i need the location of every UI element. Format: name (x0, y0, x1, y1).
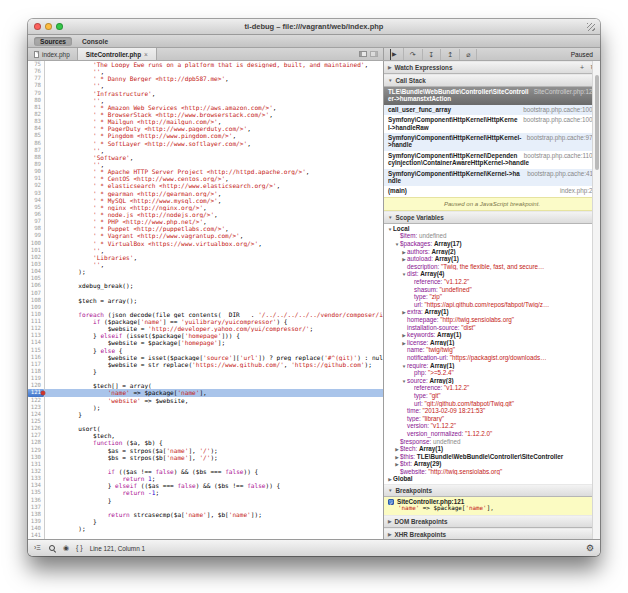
call-stack-frame[interactable]: bootstrap.php.cache:1001Symfony\Componen… (384, 115, 600, 133)
code-line[interactable]: 137 (28, 504, 383, 511)
step-into-button[interactable]: ↧ (422, 49, 442, 60)
line-number[interactable]: 122 (28, 397, 45, 404)
line-number[interactable]: 109 (28, 304, 45, 311)
breakpoint-item[interactable]: ✓SiteController.php:121'name' => $packag… (384, 497, 600, 515)
scope-variable-row[interactable]: type: "zip" (384, 293, 600, 301)
line-number[interactable]: 110 (28, 311, 45, 318)
code-line[interactable]: 95 ' * nginx <http://nginx.org/>', (28, 204, 383, 211)
code-line[interactable]: 76 '', (28, 68, 383, 75)
line-number[interactable]: 78 (28, 82, 45, 89)
code-line[interactable]: 89 '', (28, 161, 383, 168)
line-number[interactable]: 79 (28, 90, 45, 97)
sidebar-item-index-php[interactable]: index.php (28, 48, 77, 60)
line-number[interactable]: 134 (28, 482, 45, 489)
scope-variable-row[interactable]: ▶autoload: Array(1) (384, 255, 600, 263)
call-stack-frame[interactable]: bootstrap.php.cache:1101Symfony\Componen… (384, 151, 600, 169)
code-line[interactable]: 110 foreach (json_decode(file_get_conten… (28, 311, 383, 318)
call-stack-header[interactable]: ▼ Call Stack (384, 74, 600, 87)
scrollbar-thumb[interactable] (595, 75, 600, 170)
call-stack-frame[interactable]: bootstrap.php.cache:1001call_user_func_a… (384, 105, 600, 115)
line-number[interactable]: 105 (28, 275, 45, 282)
scope-variable-row[interactable]: description: "Twig, the flexible, fast, … (384, 263, 600, 271)
line-number[interactable]: 125 (28, 418, 45, 425)
code-line[interactable]: 93 ' * gearman <http://gearman.org/>', (28, 190, 383, 197)
line-number[interactable]: 116 (28, 354, 45, 361)
code-line[interactable]: 129 $as = strpos($a['name'], '/'); (28, 447, 383, 454)
line-number[interactable]: 82 (28, 111, 45, 118)
line-number[interactable]: 139 (28, 518, 45, 525)
code-line[interactable]: 111 if ($package['name'] == 'yuilibrary/… (28, 318, 383, 325)
tab-console[interactable]: Console (76, 37, 114, 46)
line-number[interactable]: 129 (28, 447, 45, 454)
toggle-navigator-icon[interactable] (359, 51, 367, 57)
line-number[interactable]: 94 (28, 197, 45, 204)
code-line[interactable]: 141 (28, 532, 383, 539)
code-line[interactable]: 78 '', (28, 82, 383, 89)
continue-button[interactable]: ▶ (384, 48, 404, 60)
pretty-print-icon[interactable]: { } (76, 543, 83, 553)
line-number[interactable]: 111 (28, 318, 45, 325)
line-number[interactable]: 138 (28, 511, 45, 518)
code-line[interactable]: 119 (28, 375, 383, 382)
scope-variable-row[interactable]: ▶$this: TLE\Bundle\WebBundle\Controller\… (384, 453, 600, 461)
code-line[interactable]: 92 ' * elasticsearch <http://www.elastic… (28, 182, 383, 189)
line-number[interactable]: 97 (28, 218, 45, 225)
line-number[interactable]: 89 (28, 161, 45, 168)
call-stack-frame[interactable]: bootstrap.php.cache:411Symfony\Component… (384, 169, 600, 187)
code-line[interactable]: 118 } (28, 368, 383, 375)
code-line[interactable]: 82 ' * BrowserStack <http://www.browsers… (28, 111, 383, 118)
line-number[interactable]: 124 (28, 411, 45, 418)
tab-sitecontroller-php[interactable]: SiteController.php × (77, 48, 157, 60)
call-stack-frame[interactable]: bootstrap.php.cache:975Symfony\Component… (384, 133, 600, 151)
line-number[interactable]: 141 (28, 532, 45, 539)
line-number[interactable]: 112 (28, 325, 45, 332)
scope-variable-row[interactable]: reference: "v1.12.2" (384, 278, 600, 286)
scope-variable-row[interactable]: php: ">=5.2.4" (384, 369, 600, 377)
code-line[interactable]: 139 } (28, 518, 383, 525)
code-editor[interactable]: 75 'The Loopy Ewe runs on a platform tha… (28, 61, 384, 539)
line-number[interactable]: 140 (28, 525, 45, 532)
code-line[interactable]: 125 (28, 418, 383, 425)
scope-variable-row[interactable]: type: "git" (384, 392, 600, 400)
code-line[interactable]: 79 'Infrastructure', (28, 90, 383, 97)
code-line[interactable]: 96 ' * node.js <http://nodejs.org/>', (28, 211, 383, 218)
line-number[interactable]: 85 (28, 132, 45, 139)
line-number[interactable]: 118 (28, 368, 45, 375)
line-number[interactable]: 77 (28, 75, 45, 82)
step-over-button[interactable]: ↷ (403, 49, 423, 60)
scope-variable-row[interactable]: ▼require: Array(1) (384, 362, 600, 370)
code-line[interactable]: 90 ' * Apache HTTP Server Project <http:… (28, 168, 383, 175)
scope-variables-header[interactable]: ▼ Scope Variables (384, 211, 600, 224)
line-number[interactable]: 131 (28, 461, 45, 468)
line-number[interactable]: 95 (28, 204, 45, 211)
code-line[interactable]: 75 'The Loopy Ewe runs on a platform tha… (28, 61, 383, 68)
code-line[interactable]: 100 ' * VirtualBox <https://www.virtualb… (28, 240, 383, 247)
code-line[interactable]: 132 if (($as !== false) && ($bs === fals… (28, 468, 383, 475)
code-line[interactable]: 105 (28, 275, 383, 282)
code-line[interactable]: 107 (28, 290, 383, 297)
line-number[interactable]: 87 (28, 147, 45, 154)
line-number[interactable]: 86 (28, 140, 45, 147)
line-number[interactable]: 136 (28, 497, 45, 504)
line-number[interactable]: 96 (28, 211, 45, 218)
gear-icon[interactable]: ⚙ (586, 543, 594, 553)
code-line[interactable]: 102 'Libraries', (28, 254, 383, 261)
line-number[interactable]: 115 (28, 347, 45, 354)
code-line[interactable]: 134 } elseif (($as === false) && ($bs !=… (28, 482, 383, 489)
scope-variable-row[interactable]: $website: "http://twig.sensiolabs.org" (384, 468, 600, 476)
line-number[interactable]: 80 (28, 97, 45, 104)
code-line[interactable]: 124 } (28, 411, 383, 418)
line-number[interactable]: 99 (28, 232, 45, 239)
code-line[interactable]: 103 '', (28, 261, 383, 268)
scope-variable-row[interactable]: ▶Global (384, 475, 600, 483)
line-number[interactable]: 103 (28, 261, 45, 268)
scope-variable-row[interactable]: version_normalized: "1.12.2.0" (384, 430, 600, 438)
line-number[interactable]: 107 (28, 290, 45, 297)
scope-variable-row[interactable]: homepage: "http://twig.sensiolabs.org" (384, 316, 600, 324)
code-line[interactable]: 104 ); (28, 268, 383, 275)
line-number[interactable]: 101 (28, 247, 45, 254)
line-number[interactable]: 98 (28, 225, 45, 232)
line-number[interactable]: 106 (28, 282, 45, 289)
scope-variable-row[interactable]: url: "https://api.github.com/repos/fabpo… (384, 301, 600, 309)
line-number[interactable]: 90 (28, 168, 45, 175)
